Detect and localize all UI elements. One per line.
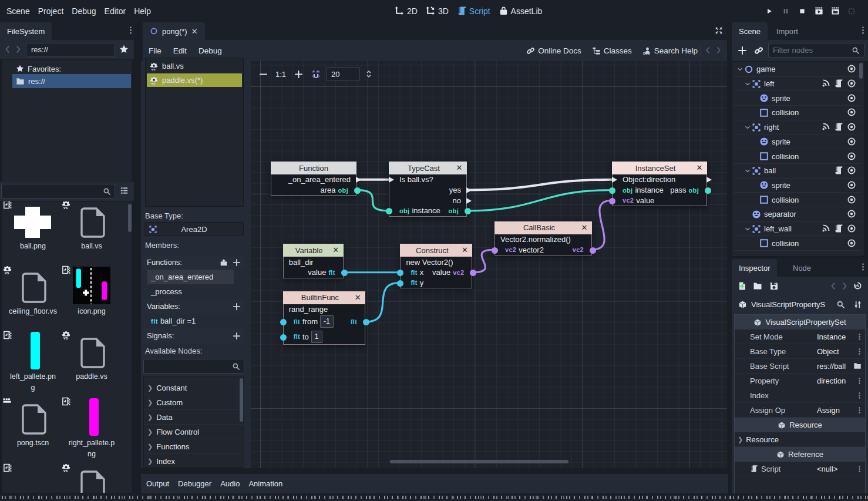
member-item-ball_dir[interactable]: fltball_dir =1: [143, 314, 244, 328]
snap-toggle-icon[interactable]: [308, 66, 324, 82]
scroll-button-icon[interactable]: [834, 166, 844, 176]
menu-help[interactable]: Help: [130, 0, 155, 22]
history-back-icon[interactable]: [4, 45, 12, 53]
path-input[interactable]: res://: [26, 43, 115, 56]
search-icon[interactable]: [836, 300, 845, 309]
prop-menu-dots-icon[interactable]: [856, 348, 863, 355]
scene-node-left-1[interactable]: left: [734, 77, 862, 92]
mode-button-3d[interactable]: 3D: [422, 6, 453, 16]
file-item-ball.png[interactable]: ball.png: [4, 201, 62, 252]
inspector-prop-property[interactable]: Propertydirection: [735, 374, 865, 388]
prop-menu-dots-icon[interactable]: [856, 392, 863, 399]
port-in-seq[interactable]: [389, 177, 394, 183]
port-in-obj[interactable]: [609, 187, 615, 194]
port-in-vc2[interactable]: [609, 198, 615, 204]
node-close-icon[interactable]: ✕: [354, 291, 362, 304]
file-item-icon.png[interactable]: icon.png: [62, 267, 121, 317]
inspector-fold-resource[interactable]: ❯Resource: [735, 432, 865, 447]
script-history-forward-icon[interactable]: [715, 46, 722, 54]
link-search-help[interactable]: DOCSearch Help: [642, 46, 698, 55]
tab-filesystem[interactable]: FileSystem: [0, 22, 52, 40]
prop-menu-dots-icon[interactable]: [856, 406, 863, 414]
menu-project[interactable]: Project: [34, 0, 68, 22]
graph-node-variable[interactable]: Variable✕ball_dirvalueflt: [283, 244, 344, 278]
prop-menu-dots-icon[interactable]: [856, 465, 863, 473]
node-category-data[interactable]: ❯Data: [144, 410, 244, 425]
zoom-reset-button[interactable]: 1:1: [273, 66, 288, 82]
scene-node-right-4[interactable]: right: [734, 120, 862, 135]
default-value-box[interactable]: -1: [320, 315, 334, 328]
file-item-ceiling_floor.vs[interactable]: vs ceiling_floor.vs: [4, 267, 62, 317]
inspector-prop-base-script[interactable]: Base Scriptres://ball: [735, 359, 865, 374]
script-menu-file[interactable]: File: [143, 46, 167, 55]
chevron-down-icon[interactable]: [745, 168, 751, 174]
scene-node-sprite-2[interactable]: sprite: [734, 91, 862, 106]
filesystem-search-input[interactable]: [1, 184, 115, 199]
node-close-icon[interactable]: ✕: [460, 244, 469, 257]
tune-icon[interactable]: [853, 300, 862, 309]
stop-button[interactable]: [794, 3, 810, 19]
play-button[interactable]: [761, 3, 778, 19]
prop-menu-dots-icon[interactable]: [856, 333, 863, 341]
override-icon[interactable]: [220, 258, 228, 267]
snap-spinner-icon[interactable]: [364, 69, 374, 79]
graph-node-callbasic[interactable]: CallBasic✕Vector2.normalized()vc2vector2…: [494, 221, 592, 255]
port-out-seq[interactable]: [356, 177, 361, 183]
instance-scene-icon[interactable]: [754, 46, 763, 55]
port-in-vc2[interactable]: [492, 247, 498, 254]
mode-button-script[interactable]: Script: [453, 6, 494, 16]
visibility-eye-icon[interactable]: [847, 93, 857, 103]
fs-tree-item-res[interactable]: res://: [12, 74, 131, 88]
bottom-panel-output[interactable]: Output: [142, 479, 173, 488]
visibility-eye-icon[interactable]: [847, 79, 857, 89]
node-category-flow-control[interactable]: ❯Flow Control: [144, 425, 244, 439]
graph-node-builtinfunc[interactable]: BuiltinFunc✕rand_rangefltfrom-1fltfltto1: [283, 291, 366, 345]
plus-icon[interactable]: [233, 258, 241, 267]
tab-scene[interactable]: Scene: [732, 22, 768, 40]
node-close-icon[interactable]: ✕: [695, 162, 704, 174]
scene-node-collision-3[interactable]: collision: [734, 106, 862, 120]
visibility-eye-icon[interactable]: [847, 195, 857, 205]
filesystem-grid-scrollbar[interactable]: [128, 204, 132, 232]
inspector-dock-menu-icon[interactable]: [859, 263, 867, 271]
visibility-eye-icon[interactable]: [847, 180, 857, 190]
inspector-prop-script[interactable]: Script<null>: [735, 462, 865, 476]
chevron-down-icon[interactable]: [745, 125, 751, 130]
member-item-_on_area_entered[interactable]: _on_area_entered: [147, 270, 234, 284]
visibility-eye-icon[interactable]: [847, 224, 857, 234]
file-item-ball.vs[interactable]: vs ball.vs: [62, 201, 121, 252]
file-item-paddle.vs[interactable]: vs paddle.vs: [62, 332, 121, 382]
filesystem-dock-menu-icon[interactable]: [126, 26, 135, 35]
inspector-prop-assign-op[interactable]: Assign OpAssign: [735, 403, 865, 418]
signal-button-icon[interactable]: [821, 224, 831, 234]
graph-hscrollbar[interactable]: [390, 460, 568, 463]
script-list-item-ball.vs[interactable]: vsball.vs: [147, 59, 242, 73]
play-custom-scene-button[interactable]: [827, 3, 843, 19]
folder-icon[interactable]: [853, 362, 862, 370]
favorite-toggle-icon[interactable]: [119, 45, 129, 54]
save-resource-icon[interactable]: [769, 281, 779, 291]
available-nodes-scrollbar[interactable]: [240, 378, 243, 422]
visibility-eye-icon[interactable]: [847, 166, 857, 176]
scene-node-left_wall-11[interactable]: left_wall: [734, 222, 862, 237]
node-category-index[interactable]: ❯Index: [144, 454, 244, 468]
chevron-down-icon[interactable]: [737, 66, 743, 72]
pause-button[interactable]: [778, 3, 794, 19]
tab-node[interactable]: Node: [786, 259, 818, 277]
node-close-icon[interactable]: ✕: [332, 244, 340, 257]
available-nodes-search-input[interactable]: [143, 359, 244, 374]
bottom-panel-animation[interactable]: Animation: [244, 479, 287, 488]
tab-pong-script[interactable]: pong(*)✕: [143, 22, 205, 40]
file-item-right_pallete.png[interactable]: right_pallete.png: [62, 398, 121, 460]
scroll-button-icon[interactable]: [834, 79, 844, 89]
menu-editor[interactable]: Editor: [100, 0, 130, 22]
visibility-eye-icon[interactable]: [847, 238, 857, 248]
scene-node-sprite-8[interactable]: sprite: [734, 179, 862, 193]
play-scene-button[interactable]: [810, 3, 827, 19]
port-in-seq[interactable]: [612, 177, 617, 183]
snap-value-input[interactable]: 20: [326, 67, 360, 81]
inspector-prop-base-type[interactable]: Base TypeObject: [735, 344, 865, 359]
scene-node-sprite-5[interactable]: sprite: [734, 135, 862, 150]
bottom-panel-debugger[interactable]: Debugger: [174, 479, 216, 488]
plus-icon[interactable]: [233, 302, 241, 311]
